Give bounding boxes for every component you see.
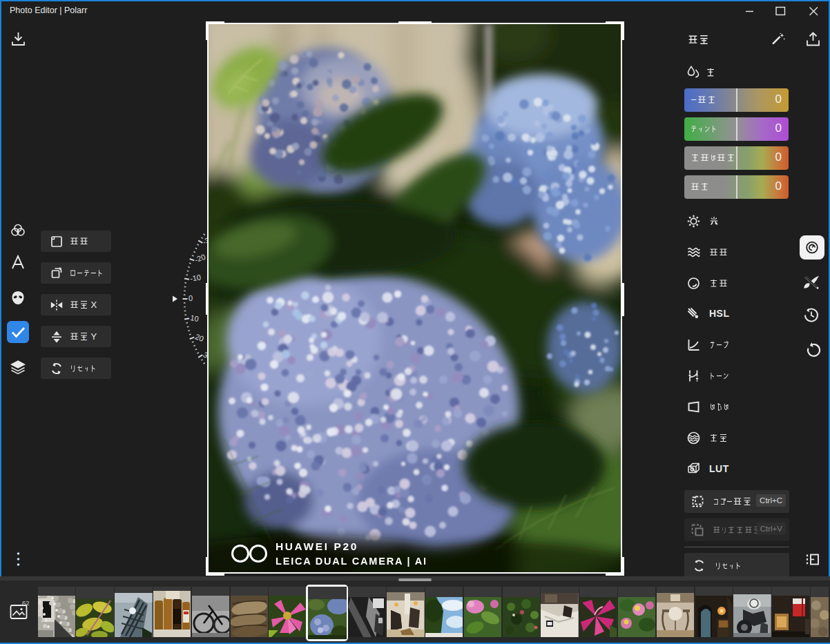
svg-text:10: 10 — [190, 313, 200, 323]
svg-text:-20: -20 — [193, 253, 206, 264]
svg-text:0: 0 — [189, 294, 193, 302]
svg-text:20: 20 — [194, 332, 205, 342]
svg-text:-10: -10 — [189, 273, 202, 283]
